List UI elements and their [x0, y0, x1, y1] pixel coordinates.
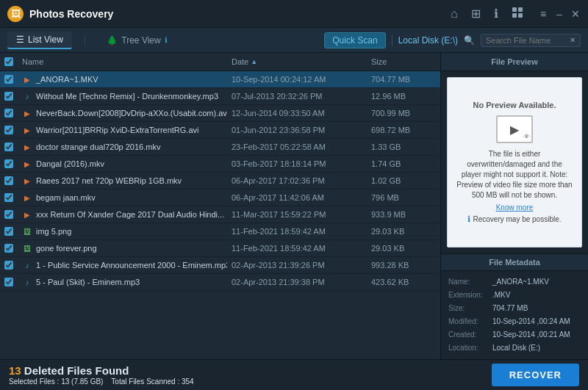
row-checkbox[interactable] [4, 75, 13, 84]
select-all-checkbox[interactable] [4, 57, 13, 66]
status-bar: 13 Deleted Files Found Selected Files : … [0, 359, 588, 390]
list-view-tab[interactable]: ☰ List View [7, 32, 72, 49]
file-type-icon: ♪ [22, 260, 32, 270]
minimize-button[interactable]: – [554, 9, 564, 19]
file-type-icon: ▶ [22, 74, 32, 84]
row-checkbox-cell[interactable] [0, 207, 18, 222]
row-checkbox[interactable] [4, 159, 13, 168]
tree-view-tab[interactable]: 🌲 Tree View ℹ [98, 32, 176, 48]
quick-scan-button[interactable]: Quick Scan [324, 32, 385, 48]
row-date: 06-Apr-2017 17:02:36 PM [227, 173, 367, 188]
row-name: ♪ Without Me [Techno Remix] - Drunkenmon… [18, 88, 227, 104]
row-size: 12.96 MB [367, 89, 440, 104]
table-row[interactable]: ▶ Dangal (2016).mkv 03-Feb-2017 18:18:14… [0, 156, 440, 173]
file-name: begam jaan.mkv [36, 193, 96, 202]
info-icon[interactable]: ℹ [494, 7, 498, 21]
row-checkbox-cell[interactable] [0, 156, 18, 171]
row-date: 02-Apr-2013 21:39:38 PM [227, 275, 367, 289]
row-name: ▶ xxx Return Of Xander Cage 2017 Dual Au… [18, 206, 227, 223]
tree-info-icon: ℹ [165, 36, 168, 44]
row-checkbox-cell[interactable] [0, 89, 18, 104]
row-checkbox-cell[interactable] [0, 140, 18, 154]
row-date: 12-Jun-2014 09:33:50 AM [227, 106, 367, 120]
header-date: Date ▲ [227, 56, 367, 68]
table-row[interactable]: 🖼 img 5.png 11-Feb-2021 18:59:42 AM 29.0… [0, 223, 440, 240]
file-name: img 5.png [36, 227, 71, 236]
row-checkbox[interactable] [4, 244, 13, 253]
table-row[interactable]: ▶ Raees 2017 net 720p WEBRip 1GB.mkv 06-… [0, 173, 440, 189]
list-view-label: List View [28, 35, 63, 45]
row-size: 698.72 MB [367, 123, 440, 137]
table-row[interactable]: ▶ doctor strange dual720p 2016.mkv 23-Fe… [0, 139, 440, 156]
meta-row-created: Created: 10-Sep-2014 ,00:21 AM [448, 328, 581, 342]
table-row[interactable]: ▶ begam jaan.mkv 06-Apr-2017 11:42:06 AM… [0, 189, 440, 206]
row-checkbox-cell[interactable] [0, 241, 18, 256]
preview-header: File Preview [441, 53, 588, 71]
file-table[interactable]: ▶ _ANORA~1.MKV 10-Sep-2014 00:24:12 AM 7… [0, 71, 440, 359]
row-checkbox[interactable] [4, 109, 13, 118]
main-content: Name Date ▲ Size ▶ _ANORA~1.MKV 10-Sep-2… [0, 53, 588, 359]
app-title: Photos Recovery [29, 8, 451, 20]
table-header: Name Date ▲ Size [0, 53, 440, 71]
apps-icon[interactable] [512, 7, 523, 21]
row-checkbox-cell[interactable] [0, 173, 18, 188]
row-name: ▶ NeverBack.Down[2008]DvDrip-aXXo.(Usabi… [18, 105, 227, 121]
home-icon[interactable]: ⌂ [451, 7, 458, 21]
file-type-icon: 🖼 [22, 226, 32, 236]
row-date: 07-Jul-2013 20:32:26 PM [227, 89, 367, 104]
row-checkbox[interactable] [4, 92, 13, 101]
table-row[interactable]: ▶ xxx Return Of Xander Cage 2017 Dual Au… [0, 206, 440, 223]
close-button[interactable]: ✕ [570, 9, 581, 19]
table-row[interactable]: ▶ Warrior[2011]BRRip XviD-ExtraTorrentRG… [0, 122, 440, 139]
file-type-icon: ▶ [22, 125, 32, 135]
row-size: 1.74 GB [367, 156, 440, 171]
tree-view-label: Tree View [121, 35, 160, 46]
table-row[interactable]: ▶ _ANORA~1.MKV 10-Sep-2014 00:24:12 AM 7… [0, 71, 440, 88]
row-name: ▶ Raees 2017 net 720p WEBRip 1GB.mkv [18, 173, 227, 189]
row-checkbox-cell[interactable] [0, 106, 18, 120]
file-type-icon: ▶ [22, 159, 32, 169]
table-row[interactable]: ▶ NeverBack.Down[2008]DvDrip-aXXo.(Usabi… [0, 105, 440, 122]
row-checkbox[interactable] [4, 176, 13, 185]
row-checkbox-cell[interactable] [0, 72, 18, 87]
search-input[interactable] [486, 36, 567, 45]
row-checkbox-cell[interactable] [0, 224, 18, 239]
row-name: ♪ 5 - Paul (Skit) - Eminem.mp3 [18, 274, 227, 290]
table-row[interactable]: ♪ 1 - Public Service Announcement 2000 -… [0, 257, 440, 274]
row-name: ▶ Warrior[2011]BRRip XviD-ExtraTorrentRG… [18, 122, 227, 138]
recover-button[interactable]: RECOVER [492, 364, 579, 386]
file-name: NeverBack.Down[2008]DvDrip-aXXo.(Usabit.… [36, 109, 227, 118]
table-row[interactable]: 🖼 gone forever.png 11-Feb-2021 18:59:42 … [0, 240, 440, 257]
menu-button[interactable]: ≡ [538, 9, 548, 19]
know-more-link[interactable]: Know more [496, 203, 534, 212]
row-date: 11-Feb-2021 18:59:42 AM [227, 224, 367, 239]
row-checkbox[interactable] [4, 261, 13, 270]
row-checkbox-cell[interactable] [0, 190, 18, 205]
metadata-content: Name: _ANORA~1.MKV Extension: .MKV Size:… [441, 271, 588, 359]
row-name: ▶ Dangal (2016).mkv [18, 156, 227, 172]
row-checkbox[interactable] [4, 193, 13, 202]
row-checkbox[interactable] [4, 210, 13, 219]
row-name: ♪ 1 - Public Service Announcement 2000 -… [18, 257, 227, 273]
row-checkbox[interactable] [4, 227, 13, 236]
row-size: 29.03 KB [367, 224, 440, 239]
file-name: 5 - Paul (Skit) - Eminem.mp3 [36, 278, 140, 286]
meta-row-size: Size: 704.77 MB [448, 302, 581, 315]
row-checkbox-cell[interactable] [0, 123, 18, 137]
row-checkbox-cell[interactable] [0, 275, 18, 289]
row-checkbox[interactable] [4, 126, 13, 134]
table-row[interactable]: ♪ Without Me [Techno Remix] - Drunkenmon… [0, 88, 440, 105]
table-row[interactable]: ♪ 5 - Paul (Skit) - Eminem.mp3 02-Apr-20… [0, 274, 440, 291]
row-date: 02-Apr-2013 21:39:26 PM [227, 258, 367, 272]
search-clear-icon[interactable]: ✕ [570, 36, 576, 44]
row-checkbox[interactable] [4, 278, 13, 286]
tab-separator: │ [82, 35, 88, 46]
recover-icon[interactable]: ⊞ [471, 7, 481, 21]
row-size: 1.02 GB [367, 173, 440, 188]
row-size: 933.9 MB [367, 207, 440, 222]
file-type-icon: ▶ [22, 176, 32, 186]
search-box: ✕ [481, 34, 581, 47]
row-checkbox-cell[interactable] [0, 258, 18, 272]
row-checkbox[interactable] [4, 142, 13, 151]
toolbar-right: Quick Scan Local Disk (E:\) 🔍 ✕ [324, 32, 581, 48]
